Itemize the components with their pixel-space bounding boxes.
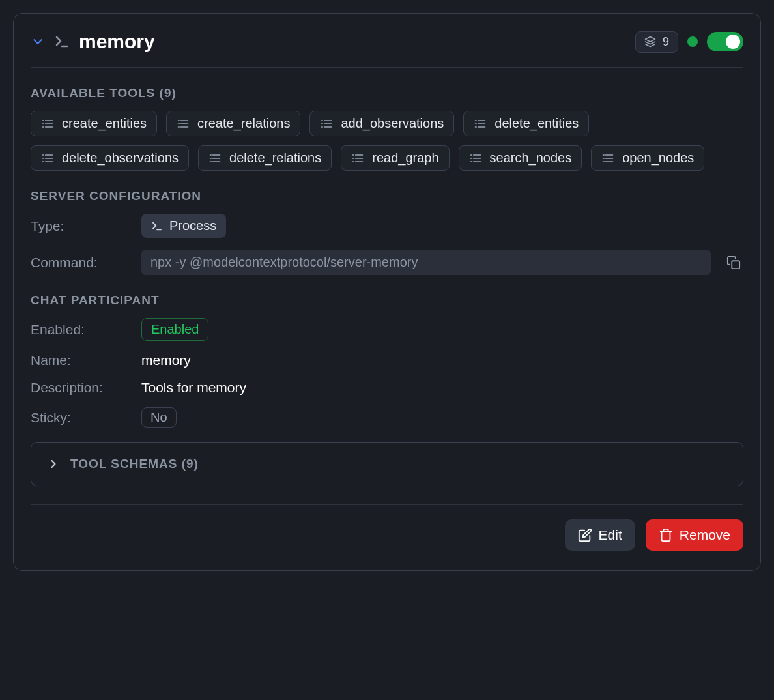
tool-count-badge: 9 [635, 31, 678, 53]
enabled-label: Enabled: [31, 322, 128, 338]
remove-button-label: Remove [680, 527, 730, 543]
tool-chip[interactable]: create_entities [31, 111, 157, 136]
tool-chip-label: delete_observations [62, 151, 179, 166]
tool-chip[interactable]: create_relations [166, 111, 300, 136]
tool-chip[interactable]: open_nodes [591, 145, 704, 171]
description-value: Tools for memory [141, 380, 246, 396]
svg-marker-1 [645, 37, 655, 42]
description-label: Description: [31, 380, 128, 396]
participant-enabled-row: Enabled: Enabled [31, 318, 743, 341]
participant-sticky-row: Sticky: No [31, 407, 743, 428]
list-tree-icon [41, 117, 54, 130]
list-tree-icon [469, 152, 482, 165]
copy-icon [726, 255, 741, 270]
tools-list: create_entitiescreate_relationsadd_obser… [31, 111, 743, 171]
list-tree-icon [601, 152, 614, 165]
tool-chip-label: create_entities [62, 116, 147, 131]
edit-button-label: Edit [599, 527, 622, 543]
list-tree-icon [474, 117, 487, 130]
sticky-badge: No [141, 407, 177, 428]
terminal-icon [54, 34, 70, 50]
command-label: Command: [31, 255, 128, 270]
list-tree-icon [41, 152, 54, 165]
trash-icon [659, 528, 673, 542]
name-label: Name: [31, 353, 128, 368]
list-tree-icon [351, 152, 364, 165]
type-value-pill: Process [141, 214, 226, 238]
card-footer: Edit Remove [31, 504, 743, 551]
enabled-badge: Enabled [141, 318, 208, 341]
tool-schemas-toggle[interactable]: TOOL SCHEMAS (9) [31, 442, 743, 486]
tool-chip[interactable]: delete_entities [463, 111, 589, 136]
tool-chip-label: read_graph [372, 151, 438, 166]
layers-icon [644, 36, 656, 48]
tool-chip[interactable]: search_nodes [459, 145, 582, 171]
card-header: memory 9 [31, 31, 743, 68]
tool-chip[interactable]: delete_observations [31, 145, 189, 171]
enable-toggle[interactable] [707, 32, 743, 51]
tool-count-value: 9 [663, 35, 669, 49]
type-value: Process [169, 218, 216, 233]
chevron-right-icon [47, 458, 60, 471]
participant-name-row: Name: memory [31, 353, 743, 368]
terminal-icon [151, 220, 163, 232]
server-title: memory [79, 31, 155, 53]
tool-chip-label: create_relations [197, 116, 290, 131]
available-tools-heading: AVAILABLE TOOLS (9) [31, 86, 743, 100]
tool-chip-label: open_nodes [622, 151, 694, 166]
command-value[interactable]: npx -y @modelcontextprotocol/server-memo… [141, 250, 711, 275]
copy-button[interactable] [724, 253, 743, 272]
tool-chip-label: delete_relations [229, 151, 321, 166]
tool-chip[interactable]: add_observations [309, 111, 454, 136]
header-left: memory [31, 31, 155, 53]
list-tree-icon [177, 117, 190, 130]
header-right: 9 [635, 31, 743, 53]
sticky-label: Sticky: [31, 410, 128, 426]
remove-button[interactable]: Remove [646, 519, 743, 551]
tool-chip-label: delete_entities [494, 116, 579, 131]
tool-chip-label: add_observations [341, 116, 444, 131]
chat-participant-heading: CHAT PARTICIPANT [31, 293, 743, 308]
config-type-row: Type: Process [31, 214, 743, 238]
toggle-knob [726, 35, 740, 49]
edit-button[interactable]: Edit [565, 519, 635, 551]
name-value: memory [141, 353, 191, 368]
edit-icon [578, 528, 592, 542]
participant-description-row: Description: Tools for memory [31, 380, 743, 396]
status-indicator [687, 36, 698, 47]
tool-schemas-label: TOOL SCHEMAS (9) [70, 457, 199, 471]
server-card: memory 9 AVAILABLE TOOLS (9) create_enti… [13, 13, 761, 571]
chevron-down-icon[interactable] [31, 35, 45, 49]
svg-rect-3 [732, 261, 739, 269]
server-config-heading: SERVER CONFIGURATION [31, 189, 743, 203]
tool-chip[interactable]: delete_relations [198, 145, 332, 171]
tool-chip-label: search_nodes [490, 151, 572, 166]
list-tree-icon [208, 152, 222, 165]
config-command-row: Command: npx -y @modelcontextprotocol/se… [31, 250, 743, 275]
tool-chip[interactable]: read_graph [341, 145, 449, 171]
type-label: Type: [31, 218, 128, 234]
list-tree-icon [320, 117, 333, 130]
